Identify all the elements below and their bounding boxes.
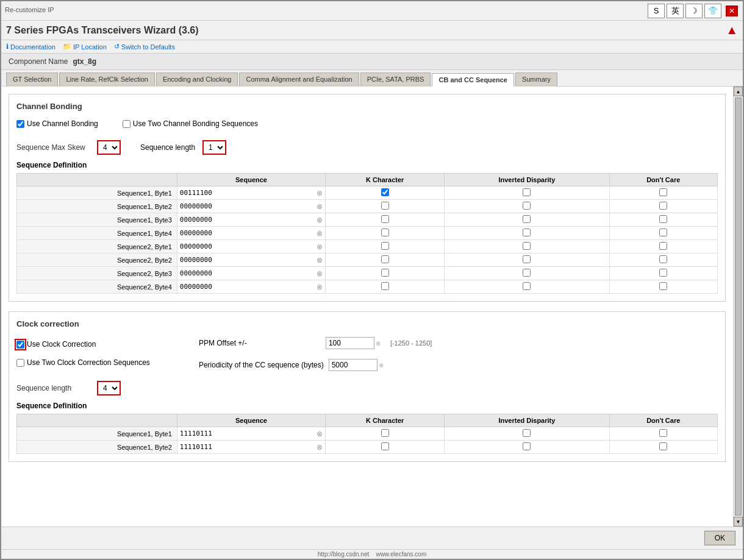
dontcare-checkbox[interactable]	[659, 255, 667, 263]
sequence-input[interactable]	[180, 243, 229, 250]
kchar-checkbox[interactable]	[381, 215, 389, 223]
clear-sequence-btn[interactable]: ⊗	[317, 202, 323, 211]
kchar-checkbox[interactable]	[381, 188, 389, 196]
clear-sequence-btn[interactable]: ⊗	[317, 216, 323, 224]
invdisp-checkbox[interactable]	[523, 255, 531, 263]
use-clock-correction-checkbox[interactable]	[16, 341, 24, 349]
cc-col-label	[17, 414, 177, 427]
dontcare-checkbox[interactable]	[659, 229, 667, 236]
kchar-checkbox[interactable]	[381, 282, 389, 290]
kchar-checkbox[interactable]	[381, 269, 389, 277]
cc-col-sequence: Sequence	[177, 414, 325, 427]
row-sequence: ⊗	[177, 253, 325, 267]
sequence-input[interactable]	[180, 216, 229, 224]
invdisp-checkbox[interactable]	[523, 282, 531, 290]
table-row: Sequence2, Byte1 ⊗	[17, 240, 718, 253]
tab-line-rate[interactable]: Line Rate, RefClk Selection	[59, 73, 155, 86]
cc-col-dontcare: Don't Care	[609, 414, 718, 427]
skew-length-row: Sequence Max Skew 4123567 Sequence lengt…	[16, 140, 718, 155]
cc-kchar-checkbox[interactable]	[381, 429, 389, 437]
tab-encoding[interactable]: Encoding and Clocking	[156, 73, 238, 86]
clear-sequence-btn[interactable]: ⊗	[317, 269, 323, 278]
use-clock-correction-row: Use Clock Correction	[16, 340, 150, 349]
clear-sequence-btn[interactable]: ⊗	[317, 256, 323, 264]
scroll-down-btn[interactable]: ▼	[734, 517, 743, 526]
scroll-thumb[interactable]	[735, 97, 742, 516]
tab-gt-selection[interactable]: GT Selection	[6, 73, 58, 86]
cc-col-invdisp: Inverted Disparity	[445, 414, 609, 427]
cc-row-invdisp	[445, 441, 609, 454]
invdisp-checkbox[interactable]	[523, 215, 531, 223]
row-sequence: ⊗	[177, 186, 325, 200]
invdisp-checkbox[interactable]	[523, 202, 531, 210]
info-icon: ℹ	[6, 43, 9, 51]
cc-sequence-input[interactable]	[180, 443, 229, 451]
sequence-input[interactable]	[180, 189, 229, 197]
invdisp-checkbox[interactable]	[523, 242, 531, 250]
tab-cb-cc[interactable]: CB and CC Sequence	[432, 73, 513, 87]
cc-invdisp-checkbox[interactable]	[523, 429, 531, 437]
clear-sequence-btn[interactable]: ⊗	[317, 189, 323, 197]
tab-summary[interactable]: Summary	[515, 73, 557, 86]
cc-kchar-checkbox[interactable]	[381, 442, 389, 450]
cc-seq-length-select[interactable]: 4123	[97, 381, 121, 395]
tab-pcie[interactable]: PCIe, SATA, PRBS	[360, 73, 431, 86]
sys-icon-shirt[interactable]: 👕	[704, 4, 721, 18]
ppm-offset-row: PPM Offset +/- ⊗ [-1250 - 1250]	[199, 337, 432, 349]
kchar-checkbox[interactable]	[381, 202, 389, 210]
switch-defaults-link[interactable]: ↺ Switch to Defaults	[114, 43, 175, 51]
row-invdisp	[445, 267, 609, 280]
clock-correction-table: Sequence K Character Inverted Disparity …	[16, 414, 718, 454]
cc-dontcare-checkbox[interactable]	[659, 429, 667, 437]
component-row: Component Name gtx_8g	[1, 54, 743, 70]
cc-clear-sequence-btn[interactable]: ⊗	[317, 430, 323, 438]
use-two-sequences-checkbox[interactable]	[123, 120, 131, 128]
use-channel-bonding-checkbox[interactable]	[16, 120, 24, 128]
row-invdisp	[445, 200, 609, 213]
cc-sequence-input[interactable]	[180, 430, 229, 438]
documentation-link[interactable]: ℹ Documentation	[6, 43, 55, 51]
dontcare-checkbox[interactable]	[659, 202, 667, 210]
ppm-offset-input[interactable]	[326, 337, 374, 349]
clear-sequence-btn[interactable]: ⊗	[317, 229, 323, 238]
kchar-checkbox[interactable]	[381, 242, 389, 250]
kchar-checkbox[interactable]	[381, 229, 389, 236]
sequence-input[interactable]	[180, 256, 229, 264]
close-btn[interactable]: ✕	[726, 5, 738, 16]
sequence-input[interactable]	[180, 229, 229, 237]
dontcare-checkbox[interactable]	[659, 215, 667, 223]
seq-max-skew-select[interactable]: 4123567	[97, 140, 121, 155]
sys-icon-moon[interactable]: ☽	[685, 4, 703, 18]
periodicity-input[interactable]	[329, 359, 377, 371]
ppm-range-label: [-1250 - 1250]	[390, 339, 432, 347]
periodicity-clear-icon: ⊗	[379, 362, 384, 369]
clear-sequence-btn[interactable]: ⊗	[317, 243, 323, 251]
sequence-input[interactable]	[180, 202, 229, 210]
cc-dontcare-checkbox[interactable]	[659, 442, 667, 450]
scroll-up-btn[interactable]: ▲	[734, 87, 743, 96]
ip-location-link[interactable]: 📁 IP Location	[63, 43, 107, 51]
row-dontcare	[609, 267, 718, 280]
seq-length-select[interactable]: 1234	[202, 140, 226, 155]
channel-bonding-seq-def: Sequence Definition Sequence K Character…	[16, 161, 718, 294]
dontcare-checkbox[interactable]	[659, 269, 667, 277]
sequence-input[interactable]	[180, 269, 229, 277]
tab-comma[interactable]: Comma Alignment and Equalization	[239, 73, 359, 86]
url-text: http://blog.csdn.net	[318, 551, 370, 558]
ok-button[interactable]: OK	[704, 531, 735, 545]
cc-row-kchar	[326, 427, 445, 441]
sys-icon-lang[interactable]: 英	[667, 4, 684, 18]
cc-invdisp-checkbox[interactable]	[523, 442, 531, 450]
dontcare-checkbox[interactable]	[659, 242, 667, 250]
clear-sequence-btn[interactable]: ⊗	[317, 283, 323, 291]
dontcare-checkbox[interactable]	[659, 282, 667, 290]
sys-icon-s[interactable]: S	[648, 4, 665, 18]
use-two-cc-sequences-checkbox[interactable]	[16, 359, 24, 367]
dontcare-checkbox[interactable]	[659, 188, 667, 196]
invdisp-checkbox[interactable]	[523, 229, 531, 236]
invdisp-checkbox[interactable]	[523, 269, 531, 277]
invdisp-checkbox[interactable]	[523, 188, 531, 196]
sequence-input[interactable]	[180, 283, 229, 291]
kchar-checkbox[interactable]	[381, 255, 389, 263]
cc-clear-sequence-btn[interactable]: ⊗	[317, 443, 323, 452]
